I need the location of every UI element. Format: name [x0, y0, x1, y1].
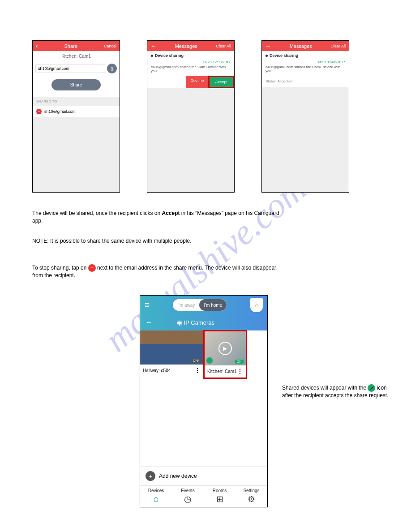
play-icon[interactable]: ▶: [218, 342, 232, 355]
away-option[interactable]: I'm away: [173, 303, 199, 308]
button-row: Decline Accept: [147, 76, 234, 88]
message-text: c486@gmail.com shared the Cam1 device wi…: [262, 65, 349, 76]
tab-bar: Devices ⌂ Events ◷ Rooms ⊞ Settings ⚙: [140, 485, 267, 507]
shared-badge-icon: [206, 357, 213, 364]
camera-name: Kitchen: Cam1: [207, 369, 237, 374]
page-title: ◉ IP Cameras: [177, 319, 214, 326]
bullet-icon: [265, 55, 268, 57]
tab-label: Rooms: [213, 488, 227, 493]
camera-name: Hallway: c504: [143, 368, 171, 373]
para-3: To stop sharing, tap on − next to the em…: [32, 264, 377, 279]
qr-icon[interactable]: ▯: [107, 64, 117, 73]
grid-icon: ⊞: [204, 494, 235, 504]
on-badge: ON: [235, 360, 244, 364]
section-header: Device sharing: [147, 51, 234, 60]
timestamp: 14:23 12/08/2017: [262, 60, 349, 65]
section-header: Device sharing: [262, 51, 349, 60]
shared-to-label: SHARED TO: [33, 97, 120, 106]
clear-all-button[interactable]: Clear All: [216, 44, 231, 48]
message-body: Device sharing 14:23 12/08/2017 c486@gma…: [147, 51, 234, 192]
header: ‹ Share Cancel: [33, 41, 120, 51]
clear-all-button[interactable]: Clear All: [330, 44, 346, 48]
email-input[interactable]: [35, 64, 105, 73]
filler: [262, 87, 349, 192]
header: ← Messages Clear All: [147, 41, 234, 51]
kebab-icon[interactable]: ⋮: [194, 369, 201, 372]
presence-toggle[interactable]: I'm away I'm home: [173, 299, 227, 311]
shared-email: sh10@gmail.com: [44, 109, 76, 114]
filler: [147, 88, 234, 192]
camera-thumbnail[interactable]: ▶ ON: [205, 331, 246, 365]
devices-screen: ≡ I'm away I'm home ⌂ ← ◉ IP Cameras OFF…: [140, 295, 268, 507]
share-screen: ‹ Share Cancel Kitchen: Cam1 ▯ Share SHA…: [32, 40, 120, 193]
decline-button[interactable]: Decline: [186, 76, 208, 88]
camera-tile-2-highlight: ▶ ON Kitchen: Cam1 ⋮: [203, 330, 247, 379]
sub-bar: ← ◉ IP Cameras: [140, 314, 267, 330]
para-2: NOTE: It is possible to share the same d…: [32, 237, 377, 245]
message-body: Device sharing 14:23 12/08/2017 c486@gma…: [262, 51, 349, 192]
section-label: Device sharing: [155, 53, 184, 58]
cancel-button[interactable]: Cancel: [104, 44, 116, 48]
camera-grid: OFF Hallway: c504 ⋮ ▶ ON Kitchen: Cam1 ⋮: [140, 330, 267, 378]
camera-tile-1[interactable]: OFF Hallway: c504 ⋮: [140, 330, 204, 378]
kebab-icon[interactable]: ⋮: [237, 370, 243, 373]
tab-settings[interactable]: Settings ⚙: [235, 486, 267, 507]
back-icon[interactable]: ‹: [36, 43, 38, 49]
tab-devices[interactable]: Devices ⌂: [140, 486, 172, 507]
messages-accept-screen: ← Messages Clear All Device sharing 14:2…: [147, 40, 235, 193]
tab-label: Events: [181, 488, 195, 493]
gear-icon: ⚙: [235, 494, 267, 504]
page-title: Messages: [290, 43, 312, 49]
status-text: Status: Accepted: [262, 76, 349, 87]
share-button[interactable]: Share: [51, 79, 101, 90]
clock-icon: ◷: [172, 494, 204, 504]
phone-row: ‹ Share Cancel Kitchen: Cam1 ▯ Share SHA…: [32, 40, 393, 193]
section-label: Device sharing: [270, 53, 298, 58]
camera-tile-2[interactable]: ▶ ON Kitchen: Cam1 ⋮: [205, 331, 246, 378]
timestamp: 14:23 12/08/2017: [147, 60, 234, 65]
back-icon[interactable]: ←: [150, 43, 156, 49]
back-icon[interactable]: ←: [265, 43, 271, 49]
shared-user-row: − sh10@gmail.com: [33, 106, 120, 117]
filler: [33, 117, 120, 192]
tab-label: Devices: [148, 488, 164, 493]
camera-thumbnail[interactable]: OFF: [140, 330, 203, 365]
back-icon[interactable]: ←: [146, 318, 153, 326]
bullet-icon: [151, 55, 153, 57]
remove-icon: −: [88, 264, 96, 272]
message-text: c486@gmail.com shared the Cam1 device wi…: [147, 65, 234, 76]
add-label: Add new device: [159, 473, 197, 479]
camera-label-row: Kitchen: Cam1 ⋮: [205, 365, 246, 378]
tab-events[interactable]: Events ◷: [172, 486, 204, 507]
home-option[interactable]: I'm home: [199, 299, 227, 311]
share-icon: ↗: [368, 384, 375, 392]
device-subtitle: Kitchen: Cam1: [33, 51, 120, 61]
menu-icon[interactable]: ≡: [145, 300, 150, 310]
top-bar: ≡ I'm away I'm home ⌂: [140, 296, 267, 314]
para-1: The device will be shared, once the reci…: [32, 210, 377, 225]
camera-label-row: Hallway: c504 ⋮: [140, 365, 203, 377]
shield-icon[interactable]: ⌂: [250, 298, 263, 312]
messages-status-screen: ← Messages Clear All Device sharing 14:2…: [261, 40, 349, 193]
header: ← Messages Clear All: [262, 41, 349, 51]
tab-rooms[interactable]: Rooms ⊞: [204, 486, 235, 507]
add-device-row[interactable]: + Add new device: [140, 466, 267, 485]
tab-label: Settings: [243, 488, 259, 493]
filler: [140, 378, 267, 466]
email-row: ▯: [33, 61, 120, 76]
remove-icon[interactable]: −: [36, 109, 42, 114]
off-badge: OFF: [191, 359, 201, 363]
accept-button[interactable]: Accept: [208, 76, 234, 88]
page-title: Messages: [175, 43, 197, 49]
plus-icon[interactable]: +: [146, 471, 155, 481]
page-title: Share: [64, 43, 77, 49]
home-icon: ⌂: [140, 494, 172, 504]
